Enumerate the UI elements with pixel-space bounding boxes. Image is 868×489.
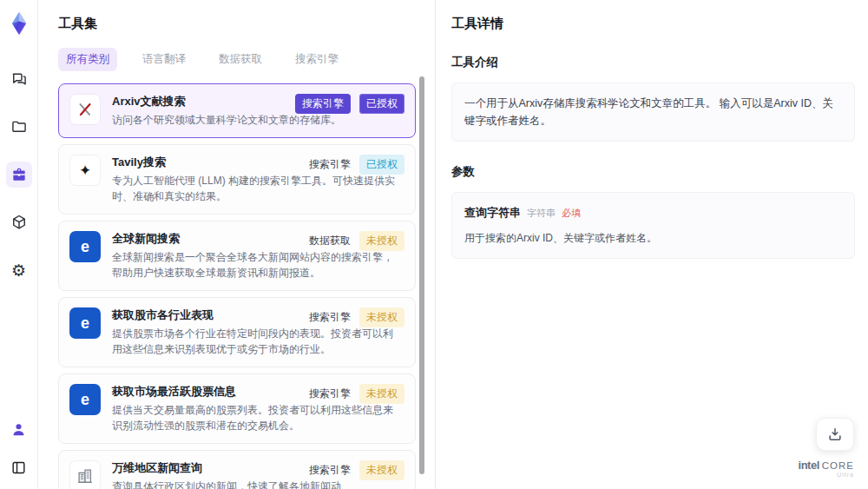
list-scrollbar[interactable] (419, 76, 424, 474)
category-tabs: 所有类别 语言翻译 数据获取 搜索引擎 (58, 48, 416, 71)
category-label: 搜索引擎 (309, 463, 351, 478)
intel-core-mark: CORE (822, 460, 854, 471)
param-type: 字符串 (527, 206, 556, 221)
tool-description: 全球新闻搜索是一个聚合全球各大新闻网站内容的搜索引擎，帮助用户快速获取全球最新资… (112, 249, 404, 281)
param-description: 用于搜索的Arxiv ID、关键字或作者姓名。 (464, 230, 842, 247)
global-news-logo-icon: e (69, 231, 101, 262)
tab-data-fetch[interactable]: 数据获取 (211, 48, 270, 71)
collapse-sidebar-icon[interactable] (6, 454, 32, 480)
tool-list-panel: 工具集 所有类别 语言翻译 数据获取 搜索引擎 Arxiv文献搜索 访问各个研究… (38, 0, 436, 489)
param-box: 查询字符串 字符串 必填 用于搜索的Arxiv ID、关键字或作者姓名。 (451, 192, 855, 259)
params-section-title: 参数 (451, 164, 855, 180)
detail-title: 工具详情 (451, 16, 855, 32)
intro-section-title: 工具介绍 (451, 55, 855, 70)
tool-card-active-stocks[interactable]: e 获取市场最活跃股票信息 提供当天交易量最高的股票列表。投资者可以利用这些信息… (58, 373, 416, 444)
settings-gear-icon[interactable]: ⚙ (6, 257, 32, 283)
download-button[interactable] (816, 418, 854, 451)
tool-description: 提供股票市场各个行业在特定时间段内的表现。投资者可以利用这些信息来识别表现优于或… (112, 326, 404, 357)
app-window: ⚙ 工具集 所有类别 语言翻译 数据获取 搜索引擎 (0, 0, 868, 489)
tool-card-arxiv[interactable]: Arxiv文献搜索 访问各个研究领域大量科学论文和文章的存储库。 搜索引擎 已授… (58, 83, 416, 138)
tool-detail-panel: 工具详情 工具介绍 一个用于从Arxiv存储库搜索科学论文和文章的工具。 输入可… (436, 0, 868, 489)
cube-icon[interactable] (6, 209, 32, 235)
auth-status-badge: 未授权 (359, 231, 404, 251)
tool-badges: 搜索引擎 已授权 (295, 94, 404, 114)
tab-search-engine[interactable]: 搜索引擎 (287, 48, 346, 71)
param-required-flag: 必填 (562, 206, 581, 221)
auth-status-badge: 已授权 (359, 155, 404, 175)
tool-name: 获取市场最活跃股票信息 (112, 384, 320, 400)
tool-card-stock-sector[interactable]: e 获取股市各行业表现 提供股票市场各个行业在特定时间段内的表现。投资者可以利用… (58, 297, 416, 367)
param-header: 查询字符串 字符串 必填 (464, 204, 842, 222)
sidebar-bottom (6, 416, 32, 480)
tool-description: 访问各个研究领域大量科学论文和文章的存储库。 (112, 112, 404, 128)
page-title: 工具集 (58, 16, 416, 32)
stock-sector-logo-icon: e (69, 307, 101, 339)
tab-language-translation[interactable]: 语言翻译 (135, 48, 194, 71)
chat-icon[interactable] (6, 66, 32, 92)
category-badge: 搜索引擎 (295, 94, 351, 114)
param-name: 查询字符串 (464, 204, 521, 222)
intel-ultra-mark: Ultra (799, 472, 854, 479)
category-label: 数据获取 (309, 234, 351, 248)
active-stocks-logo-icon: e (69, 384, 101, 415)
tool-card-tavily[interactable]: ✦ Tavily搜索 专为人工智能代理 (LLM) 构建的搜索引擎工具。可快速提… (58, 144, 416, 215)
auth-status-badge: 已授权 (359, 94, 404, 114)
intel-core-logo: intelCORE Ultra (799, 459, 854, 479)
auth-status-badge: 未授权 (359, 307, 404, 327)
region-news-logo-icon (69, 460, 101, 489)
tool-name: 万维地区新闻查询 (112, 460, 320, 476)
tavily-star-icon: ✦ (69, 155, 101, 186)
download-icon (826, 426, 844, 443)
intel-wordmark: intel (799, 459, 819, 472)
tool-card-list: Arxiv文献搜索 访问各个研究领域大量科学论文和文章的存储库。 搜索引擎 已授… (58, 83, 416, 489)
tool-badges: 搜索引擎 未授权 (309, 384, 404, 404)
category-label: 搜索引擎 (309, 310, 351, 325)
category-label: 搜索引擎 (309, 387, 351, 401)
tool-description: 专为人工智能代理 (LLM) 构建的搜索引擎工具。可快速提供实时、准确和真实的结… (112, 173, 404, 204)
tool-card-region-news[interactable]: 万维地区新闻查询 查询具体行政区划内的新闻，快速了解各地新闻动 搜索引擎 未授权 (58, 450, 416, 489)
app-logo-icon (6, 10, 32, 36)
auth-status-badge: 未授权 (359, 384, 404, 404)
sidebar-nav: ⚙ (6, 66, 32, 283)
toolbox-icon[interactable] (6, 162, 32, 188)
tool-badges: 数据获取 未授权 (309, 231, 404, 251)
tool-badges: 搜索引擎 未授权 (309, 307, 404, 327)
tool-name: 获取股市各行业表现 (112, 307, 320, 323)
folder-icon[interactable] (6, 114, 32, 140)
tool-badges: 搜索引擎 未授权 (309, 460, 404, 480)
category-label: 搜索引擎 (309, 157, 351, 172)
auth-status-badge: 未授权 (359, 460, 404, 480)
user-avatar-icon[interactable] (6, 416, 32, 442)
tool-card-global-news[interactable]: e 全球新闻搜索 全球新闻搜索是一个聚合全球各大新闻网站内容的搜索引擎，帮助用户… (58, 221, 416, 291)
tab-all-categories[interactable]: 所有类别 (58, 48, 117, 71)
tool-badges: 搜索引擎 已授权 (309, 155, 404, 175)
arxiv-logo-icon (69, 94, 101, 125)
tool-name: Tavily搜索 (112, 155, 320, 170)
tool-description: 提供当天交易量最高的股票列表。投资者可以利用这些信息来识别流动性强的股票和潜在的… (112, 402, 404, 433)
icon-sidebar: ⚙ (0, 0, 38, 489)
intro-text-box: 一个用于从Arxiv存储库搜索科学论文和文章的工具。 输入可以是Arxiv ID… (451, 83, 855, 142)
tool-name: 全球新闻搜索 (112, 231, 320, 247)
